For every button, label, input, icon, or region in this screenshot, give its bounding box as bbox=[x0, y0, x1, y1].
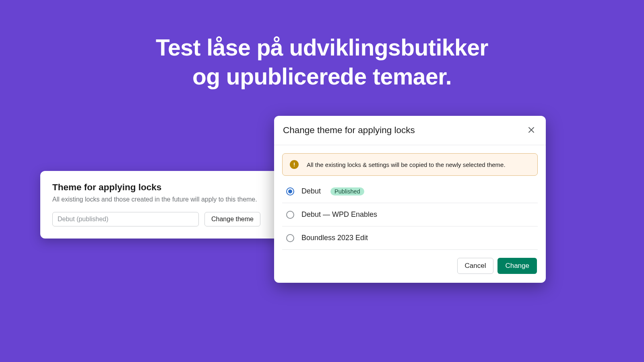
radio-debut-wpd[interactable] bbox=[286, 211, 294, 219]
change-theme-modal: Change theme for applying locks All the … bbox=[274, 116, 546, 283]
radio-debut[interactable] bbox=[286, 187, 294, 195]
theme-option-debut[interactable]: Debut Published bbox=[282, 185, 538, 203]
close-icon bbox=[527, 126, 535, 135]
confirm-change-button[interactable]: Change bbox=[497, 258, 537, 274]
theme-card: Theme for applying locks All existing lo… bbox=[40, 171, 314, 239]
theme-input[interactable]: Debut (published) bbox=[52, 212, 199, 226]
theme-card-title: Theme for applying locks bbox=[52, 182, 302, 193]
theme-option-label: Debut bbox=[301, 187, 321, 195]
published-badge: Published bbox=[330, 187, 364, 195]
change-theme-button-label: Change theme bbox=[211, 216, 254, 223]
change-theme-button[interactable]: Change theme bbox=[204, 212, 260, 226]
theme-options: Debut Published Debut — WPD Enables Boun… bbox=[282, 185, 538, 250]
cancel-button-label: Cancel bbox=[465, 262, 486, 270]
theme-option-label: Boundless 2023 Edit bbox=[301, 234, 368, 242]
radio-boundless[interactable] bbox=[286, 234, 294, 242]
warning-icon bbox=[290, 160, 299, 169]
theme-input-value: Debut (published) bbox=[58, 216, 108, 223]
theme-card-subtitle: All existing locks and those created in … bbox=[52, 196, 302, 203]
modal-header: Change theme for applying locks bbox=[274, 116, 546, 145]
hero-heading: Test låse på udviklingsbutikker og upubl… bbox=[0, 33, 644, 91]
cancel-button[interactable]: Cancel bbox=[457, 258, 494, 274]
modal-footer: Cancel Change bbox=[274, 250, 546, 283]
theme-option-debut-wpd[interactable]: Debut — WPD Enables bbox=[282, 203, 538, 226]
theme-option-boundless[interactable]: Boundless 2023 Edit bbox=[282, 226, 538, 250]
hero-line-1: Test låse på udviklingsbutikker bbox=[0, 33, 644, 62]
theme-option-label: Debut — WPD Enables bbox=[301, 210, 377, 219]
confirm-change-button-label: Change bbox=[505, 262, 529, 270]
modal-title: Change theme for applying locks bbox=[283, 125, 415, 136]
modal-body: All the existing locks & settings will b… bbox=[274, 145, 546, 250]
hero-line-2: og upublicerede temaer. bbox=[0, 62, 644, 91]
close-button[interactable] bbox=[526, 125, 537, 136]
warning-banner: All the existing locks & settings will b… bbox=[282, 153, 538, 176]
warning-text: All the existing locks & settings will b… bbox=[307, 161, 506, 168]
